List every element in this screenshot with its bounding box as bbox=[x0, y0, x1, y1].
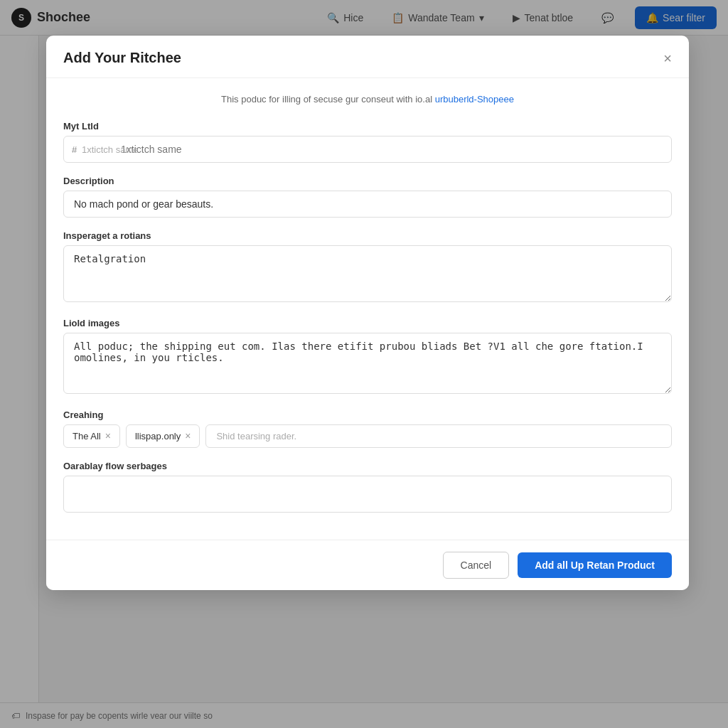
oarablay-label: Oarablay flow serbages bbox=[63, 461, 672, 471]
submit-button[interactable]: Add all Up Retan Product bbox=[518, 552, 672, 578]
creating-group: Creahing The All × llispap.only × Shid t… bbox=[63, 410, 672, 448]
creating-label: Creahing bbox=[63, 410, 672, 420]
my-list-input[interactable] bbox=[63, 136, 672, 163]
tag-item-0: The All × bbox=[63, 424, 120, 448]
tag-remove-0[interactable]: × bbox=[105, 431, 111, 441]
info-link[interactable]: urbuberld-Shopeee bbox=[435, 94, 514, 105]
cancel-button[interactable]: Cancel bbox=[443, 552, 510, 579]
tag-remove-1[interactable]: × bbox=[185, 431, 191, 441]
integration-group: Insperaget a rotians Retalgration bbox=[63, 230, 672, 305]
modal-close-button[interactable]: × bbox=[663, 51, 672, 65]
modal-footer: Cancel Add all Up Retan Product bbox=[46, 540, 689, 590]
modal-info-text: This poduc for illing of secuse gur cons… bbox=[63, 92, 672, 107]
modal-body: This poduc for illing of secuse gur cons… bbox=[46, 78, 689, 540]
tag-value-0: The All bbox=[73, 431, 101, 441]
integration-textarea[interactable]: Retalgration bbox=[63, 245, 672, 302]
my-list-label: Myt Ltld bbox=[63, 121, 672, 132]
local-images-label: Liold images bbox=[63, 318, 672, 328]
tag-value-1: llispap.only bbox=[135, 431, 181, 441]
local-images-textarea[interactable]: All poduc; the shipping eut com. Ilas th… bbox=[63, 333, 672, 394]
tags-row: The All × llispap.only × Shid tearsing r… bbox=[63, 424, 672, 448]
modal-header: Add Your Ritchee × bbox=[46, 36, 689, 78]
tag-input-placeholder[interactable]: Shid tearsing rader. bbox=[205, 424, 672, 448]
tag-item-1: llispap.only × bbox=[126, 424, 200, 448]
integration-label: Insperaget a rotians bbox=[63, 230, 672, 241]
description-group: Description bbox=[63, 176, 672, 218]
local-images-group: Liold images All poduc; the shipping eut… bbox=[63, 318, 672, 397]
my-list-input-wrapper: # 1xtictch same bbox=[63, 136, 672, 163]
my-list-group: Myt Ltld # 1xtictch same bbox=[63, 121, 672, 163]
modal-title: Add Your Ritchee bbox=[63, 50, 181, 66]
add-ritchee-modal: Add Your Ritchee × This poduc for illing… bbox=[46, 36, 689, 590]
oarablay-input[interactable] bbox=[63, 476, 672, 513]
description-label: Description bbox=[63, 176, 672, 186]
hash-icon: # bbox=[72, 144, 77, 154]
description-input[interactable] bbox=[63, 191, 672, 218]
oarablay-group: Oarablay flow serbages bbox=[63, 461, 672, 513]
